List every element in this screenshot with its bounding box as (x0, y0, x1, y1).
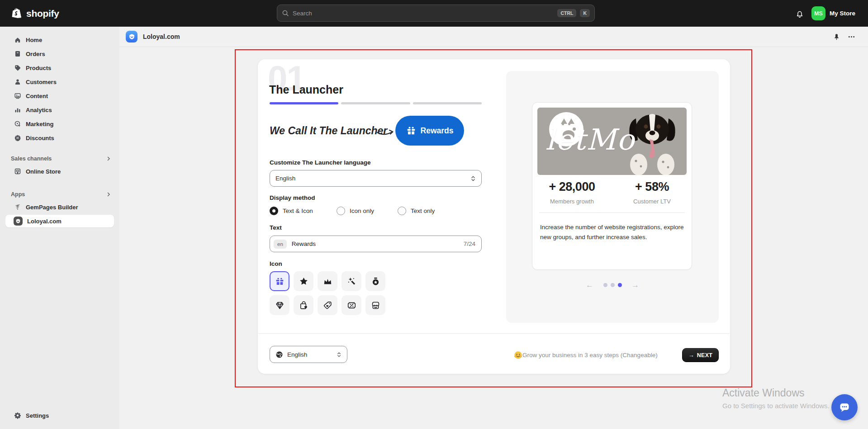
sidebar-item-content[interactable]: Content (5, 90, 114, 102)
icon-option-bag-heart[interactable] (294, 295, 313, 315)
page-header: Loloyal.com (119, 27, 868, 47)
crown-icon (323, 277, 332, 286)
radio-dot (270, 207, 278, 215)
radio-icon-only[interactable]: Icon only (337, 207, 398, 215)
apps-section[interactable]: Apps (5, 189, 114, 200)
page-title: Loloyal.com (143, 33, 180, 40)
text-field-label: Text (270, 224, 282, 231)
step-progress-bar (270, 102, 482, 104)
launcher-text-input[interactable] (292, 240, 459, 247)
footer-divider (258, 333, 730, 334)
shopify-bag-icon (12, 7, 23, 19)
store-avatar: MS (811, 6, 825, 20)
storefront-smile-icon (371, 301, 380, 310)
star-icon (299, 277, 308, 286)
language-chip: en (274, 240, 287, 249)
sales-channels-section[interactable]: Sales channels (5, 153, 114, 164)
icon-option-star[interactable] (294, 271, 313, 291)
language-field-label: Customize The Launcher language (270, 159, 371, 166)
loloyal-icon (14, 217, 23, 226)
sidebar-item-discounts[interactable]: Discounts (5, 132, 114, 144)
chat-bubble-icon (838, 401, 851, 414)
carousel-dot-1[interactable] (603, 283, 607, 287)
sidebar-item-products[interactable]: Products (5, 61, 114, 74)
progress-segment-3 (413, 102, 482, 104)
home-icon (14, 36, 21, 44)
stat-customer-ltv: + 58% Customer LTV (612, 180, 692, 205)
select-caret-icon (470, 175, 476, 182)
brand-logo-text: letMo (545, 123, 635, 156)
gift-icon (406, 126, 416, 136)
store-menu[interactable]: MS My Store (811, 6, 855, 20)
icon-option-tag-heart[interactable] (318, 295, 337, 315)
icon-option-diamond[interactable] (270, 295, 289, 315)
carousel-dot-3-active[interactable] (618, 283, 622, 287)
callout-text: We Call It The Launcher (270, 125, 387, 137)
shortcut-k-key: K (580, 9, 590, 18)
icon-option-magic-wand[interactable] (342, 271, 361, 291)
footer-hint: Grow your business in 3 easy steps (Chan… (514, 351, 675, 359)
arrow-right-icon: → (688, 352, 694, 358)
global-search[interactable]: CTRL K (277, 5, 595, 22)
notifications-bell-icon[interactable] (795, 9, 804, 18)
pin-icon[interactable] (833, 33, 840, 41)
radio-text-only[interactable]: Text only (398, 207, 435, 215)
sidebar-item-marketing[interactable]: Marketing (5, 118, 114, 130)
orders-icon (14, 50, 21, 58)
gear-icon (14, 412, 21, 420)
radio-text-and-icon[interactable]: Text & Icon (270, 207, 337, 215)
language-select[interactable]: English (270, 170, 482, 187)
icon-option-medal[interactable] (365, 271, 385, 291)
icon-option-storefront[interactable] (365, 295, 385, 315)
progress-segment-1 (270, 102, 338, 104)
search-input[interactable] (293, 10, 554, 17)
sidebar-item-settings[interactable]: Settings (5, 409, 114, 422)
sidebar-item-analytics[interactable]: Analytics (5, 104, 114, 116)
globe-icon (275, 351, 283, 358)
footer-language-select[interactable]: English (270, 346, 347, 363)
diamond-icon (275, 301, 285, 310)
radio-dot (337, 207, 345, 215)
icon-option-coupon[interactable] (342, 295, 361, 315)
stats-row: + 28,000 Members growth + 58% Customer L… (532, 180, 692, 205)
launcher-preview-button[interactable]: Rewards (395, 116, 464, 146)
case-description: Increase the number of website registrat… (540, 222, 686, 242)
stat-members-growth: + 28,000 Members growth (532, 180, 612, 205)
gift-icon (275, 277, 285, 286)
sidebar-item-orders[interactable]: Orders (5, 47, 114, 60)
icon-option-gift[interactable] (270, 271, 289, 291)
more-options-icon[interactable] (848, 33, 855, 41)
icon-picker-label: Icon (270, 260, 282, 267)
progress-segment-2 (341, 102, 410, 104)
search-icon (282, 9, 289, 17)
live-chat-button[interactable] (831, 394, 858, 420)
icon-picker (270, 271, 385, 315)
radio-dot (398, 207, 406, 215)
carousel-prev-icon[interactable]: ← (586, 281, 593, 289)
icon-option-crown[interactable] (318, 271, 337, 291)
shortcut-ctrl-key: CTRL (557, 9, 576, 18)
carousel-dot-2[interactable] (611, 283, 615, 287)
sidebar-item-home[interactable]: Home (5, 33, 114, 46)
display-method-options: Text & Icon Icon only Text only (270, 207, 435, 215)
sidebar-item-loloyal[interactable]: Loloyal.com (5, 215, 114, 227)
sidebar-item-online-store[interactable]: Online Store (5, 165, 114, 178)
shopify-logo[interactable]: shopify (12, 7, 59, 19)
carousel-next-icon[interactable]: → (631, 281, 639, 289)
medal-icon (371, 277, 380, 286)
next-step-button[interactable]: → NEXT (682, 348, 719, 362)
discounts-icon (14, 134, 21, 142)
sidebar-item-gempages[interactable]: GemPages Builder (5, 201, 114, 213)
shopify-admin-screen: shopify CTRL K MS My Store Home Orders (0, 0, 868, 429)
store-name: My Store (830, 10, 855, 17)
magic-wand-icon (347, 277, 356, 286)
marketing-icon (14, 120, 21, 128)
chevron-right-icon (106, 156, 111, 161)
top-bar: shopify CTRL K MS My Store (0, 0, 868, 27)
products-icon (14, 64, 21, 72)
select-caret-icon (337, 352, 342, 358)
customers-icon (14, 78, 21, 86)
sidebar-item-customers[interactable]: Customers (5, 75, 114, 88)
carousel-dots (603, 283, 622, 287)
tag-heart-icon (323, 301, 332, 310)
